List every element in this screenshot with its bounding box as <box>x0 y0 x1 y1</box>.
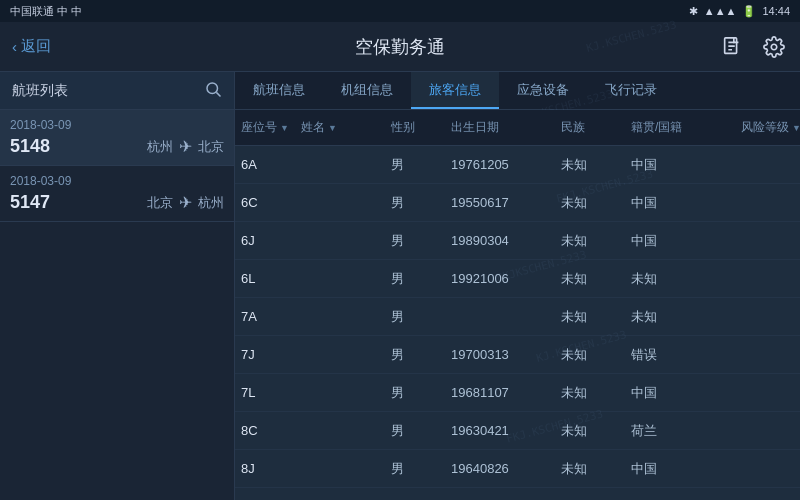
flight-item-1[interactable]: 2018-03-09 5147 北京 ✈ 杭州 <box>0 166 234 222</box>
tab-crew-info[interactable]: 机组信息 <box>323 72 411 109</box>
th-dob: 出生日期 <box>445 119 555 136</box>
td-dob-2: 19890304 <box>445 233 555 248</box>
time-display: 14:44 <box>762 5 790 17</box>
tab-emergency-equipment[interactable]: 应急设备 <box>499 72 587 109</box>
th-ethnicity: 民族 <box>555 119 625 136</box>
table-row[interactable]: 7L 男 19681107 未知 中国 <box>235 374 800 412</box>
signal-icon: ▲▲▲ <box>704 5 737 17</box>
right-panel: 航班信息 机组信息 旅客信息 应急设备 飞行记录 座位号 ▼ 姓名 ▼ 性别 <box>235 72 800 500</box>
td-gender-0: 男 <box>385 156 445 174</box>
table-row[interactable]: 8C 男 19630421 未知 荷兰 <box>235 412 800 450</box>
td-seat-4: 7A <box>235 309 295 324</box>
td-gender-8: 男 <box>385 460 445 478</box>
td-gender-2: 男 <box>385 232 445 250</box>
flight-to-1: 杭州 <box>198 194 224 212</box>
td-gender-3: 男 <box>385 270 445 288</box>
settings-icon[interactable] <box>760 33 788 61</box>
th-gender: 性别 <box>385 119 445 136</box>
table-row[interactable]: 6L 男 19921006 未知 未知 <box>235 260 800 298</box>
sidebar: 航班列表 2018-03-09 5148 杭州 ✈ 北京 201 <box>0 72 235 500</box>
status-carrier: 中国联通 中 中 <box>10 4 82 19</box>
td-nationality-1: 中国 <box>625 194 735 212</box>
th-name[interactable]: 姓名 ▼ <box>295 119 385 136</box>
flight-to-0: 北京 <box>198 138 224 156</box>
back-chevron-icon: ‹ <box>12 38 17 55</box>
td-dob-0: 19761205 <box>445 157 555 172</box>
table-row[interactable]: 8J 男 19640826 未知 中国 <box>235 450 800 488</box>
td-ethnicity-0: 未知 <box>555 156 625 174</box>
td-seat-2: 6J <box>235 233 295 248</box>
svg-point-1 <box>771 44 777 50</box>
tab-bar: 航班信息 机组信息 旅客信息 应急设备 飞行记录 <box>235 72 800 110</box>
flight-route-0: 杭州 ✈ 北京 <box>60 137 224 156</box>
bluetooth-icon: ✱ <box>689 5 698 18</box>
th-risk[interactable]: 风险等级 ▼ <box>735 119 800 136</box>
td-dob-5: 19700313 <box>445 347 555 362</box>
passenger-table[interactable]: 座位号 ▼ 姓名 ▼ 性别 出生日期 民族 籍贯/国籍 <box>235 110 800 500</box>
th-nationality: 籍贯/国籍 <box>625 119 735 136</box>
td-seat-5: 7J <box>235 347 295 362</box>
td-ethnicity-5: 未知 <box>555 346 625 364</box>
td-gender-4: 男 <box>385 308 445 326</box>
flight-from-1: 北京 <box>147 194 173 212</box>
tab-passenger-info[interactable]: 旅客信息 <box>411 72 499 109</box>
table-row[interactable]: 6C 男 19550617 未知 中国 <box>235 184 800 222</box>
search-icon[interactable] <box>204 80 222 102</box>
td-dob-7: 19630421 <box>445 423 555 438</box>
document-icon[interactable] <box>718 33 746 61</box>
td-dob-6: 19681107 <box>445 385 555 400</box>
td-seat-3: 6L <box>235 271 295 286</box>
main-content: 航班列表 2018-03-09 5148 杭州 ✈ 北京 201 <box>0 72 800 500</box>
flight-date-1: 2018-03-09 <box>10 174 224 188</box>
td-seat-6: 7L <box>235 385 295 400</box>
back-button[interactable]: ‹ 返回 <box>12 37 51 56</box>
flight-info-0: 5148 杭州 ✈ 北京 <box>10 136 224 157</box>
td-gender-6: 男 <box>385 384 445 402</box>
back-label: 返回 <box>21 37 51 56</box>
td-nationality-5: 错误 <box>625 346 735 364</box>
flight-date-0: 2018-03-09 <box>10 118 224 132</box>
tab-flight-info[interactable]: 航班信息 <box>235 72 323 109</box>
plane-icon-0: ✈ <box>179 137 192 156</box>
td-gender-5: 男 <box>385 346 445 364</box>
td-gender-7: 男 <box>385 422 445 440</box>
flight-number-0: 5148 <box>10 136 60 157</box>
td-nationality-2: 中国 <box>625 232 735 250</box>
td-seat-8: 8J <box>235 461 295 476</box>
battery-icon: 🔋 <box>742 5 756 18</box>
sidebar-title: 航班列表 <box>12 82 68 100</box>
tab-flight-log[interactable]: 飞行记录 <box>587 72 675 109</box>
td-seat-0: 6A <box>235 157 295 172</box>
td-nationality-3: 未知 <box>625 270 735 288</box>
td-ethnicity-3: 未知 <box>555 270 625 288</box>
td-ethnicity-8: 未知 <box>555 460 625 478</box>
sort-icon-risk: ▼ <box>792 123 800 133</box>
td-seat-7: 8C <box>235 423 295 438</box>
svg-point-2 <box>207 83 218 94</box>
sidebar-header: 航班列表 <box>0 72 234 110</box>
td-nationality-6: 中国 <box>625 384 735 402</box>
td-nationality-0: 中国 <box>625 156 735 174</box>
page-title: 空保勤务通 <box>355 35 445 59</box>
td-nationality-8: 中国 <box>625 460 735 478</box>
td-seat-1: 6C <box>235 195 295 210</box>
td-dob-8: 19640826 <box>445 461 555 476</box>
plane-icon-1: ✈ <box>179 193 192 212</box>
flight-from-0: 杭州 <box>147 138 173 156</box>
table-row[interactable]: 6A 男 19761205 未知 中国 <box>235 146 800 184</box>
table-row[interactable]: 8L 女 19551210 未知 中国 <box>235 488 800 500</box>
table-row[interactable]: 7J 男 19700313 未知 错误 <box>235 336 800 374</box>
flight-info-1: 5147 北京 ✈ 杭州 <box>10 192 224 213</box>
td-nationality-7: 荷兰 <box>625 422 735 440</box>
table-row[interactable]: 6J 男 19890304 未知 中国 <box>235 222 800 260</box>
nav-icons <box>718 33 788 61</box>
table-body: 6A 男 19761205 未知 中国 6C 男 19550617 未知 中国 … <box>235 146 800 500</box>
th-seat[interactable]: 座位号 ▼ <box>235 119 295 136</box>
td-ethnicity-6: 未知 <box>555 384 625 402</box>
td-nationality-4: 未知 <box>625 308 735 326</box>
flight-item-0[interactable]: 2018-03-09 5148 杭州 ✈ 北京 <box>0 110 234 166</box>
td-ethnicity-1: 未知 <box>555 194 625 212</box>
td-ethnicity-7: 未知 <box>555 422 625 440</box>
table-row[interactable]: 7A 男 未知 未知 <box>235 298 800 336</box>
status-bar: 中国联通 中 中 ✱ ▲▲▲ 🔋 14:44 <box>0 0 800 22</box>
